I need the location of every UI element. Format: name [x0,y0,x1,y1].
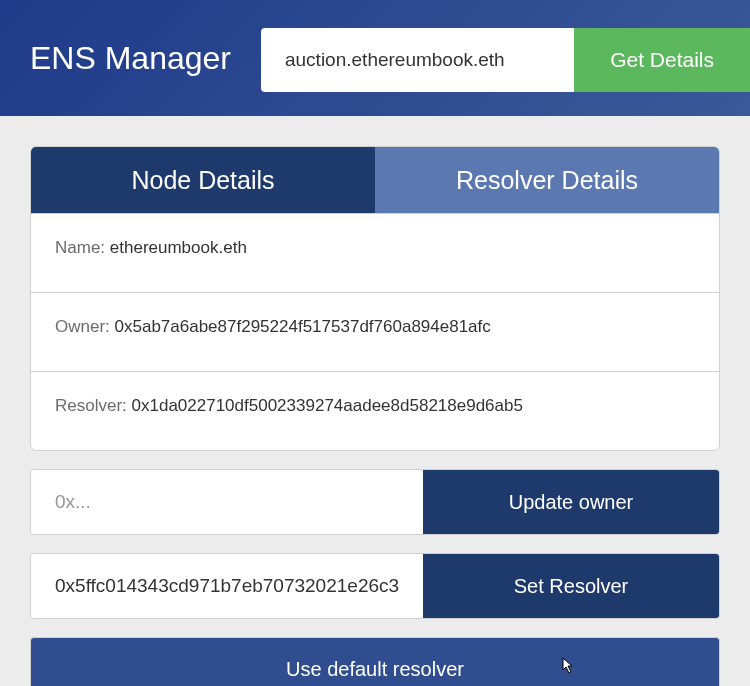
resolver-label: Resolver: [55,396,132,415]
set-resolver-button[interactable]: Set Resolver [423,554,719,618]
detail-resolver-row: Resolver: 0x1da022710df5002339274aadee8d… [31,371,719,450]
update-owner-button[interactable]: Update owner [423,470,719,534]
set-resolver-row: Set Resolver [30,553,720,619]
search-input[interactable] [261,28,574,92]
name-value: ethereumbook.eth [110,238,247,257]
tabs: Node Details Resolver Details [31,147,719,213]
details-card: Node Details Resolver Details Name: ethe… [30,146,720,451]
detail-name-row: Name: ethereumbook.eth [31,213,719,292]
tab-resolver-details[interactable]: Resolver Details [375,147,719,213]
search-container: Get Details [261,28,750,92]
get-details-button[interactable]: Get Details [574,28,750,92]
app-title: ENS Manager [30,40,231,77]
set-resolver-input[interactable] [31,554,423,618]
owner-value: 0x5ab7a6abe87f295224f517537df760a894e81a… [115,317,491,336]
owner-label: Owner: [55,317,115,336]
update-owner-input[interactable] [31,470,423,534]
content-area: Node Details Resolver Details Name: ethe… [0,116,750,686]
update-owner-row: Update owner [30,469,720,535]
resolver-value: 0x1da022710df5002339274aadee8d58218e9d6a… [132,396,523,415]
tab-node-details[interactable]: Node Details [31,147,375,213]
header: ENS Manager Get Details [0,0,750,116]
detail-owner-row: Owner: 0x5ab7a6abe87f295224f517537df760a… [31,292,719,371]
use-default-resolver-button[interactable]: Use default resolver [30,637,720,686]
name-label: Name: [55,238,110,257]
